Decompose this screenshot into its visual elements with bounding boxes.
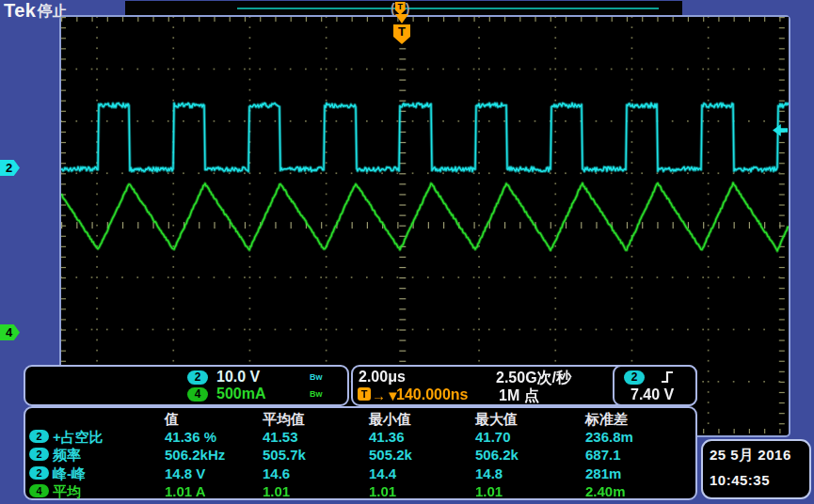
expansion-bracket-right: ) <box>406 2 410 15</box>
trigger-position-arrow-icon[interactable] <box>395 14 408 24</box>
row-channel-badge: 2 <box>29 466 49 480</box>
expansion-bracket-left: ( <box>391 2 395 15</box>
col-header-value: 值 <box>165 411 179 429</box>
measurement-value: 14.8 V <box>165 465 205 481</box>
measurement-min: 14.4 <box>369 465 396 481</box>
col-header-stddev: 标准差 <box>585 411 628 429</box>
measurement-max: 506.2k <box>475 447 519 463</box>
record-length: 1M 点 <box>499 386 539 406</box>
measurement-row: 4 平均 1.01 A 1.01 1.01 1.01 2.40m <box>25 483 695 501</box>
measurement-stddev: 281m <box>585 465 621 481</box>
sample-rate: 2.50G次/秒 <box>496 369 571 388</box>
trigger-readout-box[interactable]: 2 7.40 V <box>613 365 697 406</box>
col-header-min: 最小值 <box>369 411 411 429</box>
time-display: 10:45:35 <box>710 472 770 488</box>
col-header-mean: 平均值 <box>263 411 305 429</box>
measurement-stddev: 687.1 <box>585 447 621 463</box>
record-view-waveform-line <box>237 8 659 9</box>
measurement-row: 2 峰-峰 14.8 V 14.6 14.4 14.8 281m <box>25 465 695 483</box>
channel2-ground-marker[interactable]: 2 <box>0 160 20 176</box>
measurement-value: 1.01 A <box>165 483 206 499</box>
measurement-label: 峰-峰 <box>53 465 86 483</box>
measurement-value: 506.2kHz <box>165 447 225 463</box>
rising-edge-icon <box>660 370 675 385</box>
trigger-source-badge[interactable]: 2 <box>624 370 645 385</box>
channel4-bandwidth-icon: Bw <box>310 389 323 399</box>
measurement-min: 1.01 <box>369 483 396 499</box>
trigger-position-value: 140.000ns <box>396 386 469 403</box>
col-header-max: 最大值 <box>475 411 518 429</box>
measurement-stddev: 236.8m <box>585 429 633 445</box>
measurement-mean: 505.7k <box>263 447 306 463</box>
channel4-scale: 500mA <box>216 386 265 402</box>
measurement-max: 14.8 <box>475 465 503 481</box>
measurement-max: 1.01 <box>475 483 503 499</box>
measurement-mean: 1.01 <box>263 483 290 499</box>
measurement-mean: 14.6 <box>263 465 290 481</box>
measurement-table: 值 平均值 最小值 最大值 标准差 2 +占空比 41.36 % 41.53 4… <box>24 406 697 500</box>
channel4-badge[interactable]: 4 <box>187 387 208 402</box>
measurement-row: 2 频率 506.2kHz 505.7k 505.2k 506.2k 687.1 <box>25 447 695 465</box>
measurement-min: 41.36 <box>369 429 405 445</box>
row-channel-badge: 4 <box>29 484 49 497</box>
trigger-level-value: 7.40 V <box>630 386 674 403</box>
measurement-min: 505.2k <box>369 447 412 463</box>
channel2-bandwidth-icon: Bw <box>310 372 323 382</box>
oscilloscope-screen: Tek 停止 ( T ) T 2 4 2 10.0 V Bw 4 500mA B… <box>0 0 814 504</box>
channel2-badge[interactable]: 2 <box>187 370 208 385</box>
date-display: 25 5月 2016 <box>710 447 791 465</box>
datetime-box: 25 5月 2016 10:45:35 <box>701 439 811 499</box>
measurement-max: 41.70 <box>475 429 511 445</box>
measurement-row: 2 +占空比 41.36 % 41.53 41.36 41.70 236.8m <box>25 429 695 447</box>
row-channel-badge: 2 <box>29 448 49 461</box>
measurement-label: 频率 <box>53 447 81 465</box>
horizontal-readout-box[interactable]: 2.00μs 2.50G次/秒 T →▼ 140.000ns 1M 点 2 7.… <box>351 365 697 406</box>
row-channel-badge: 2 <box>29 430 49 443</box>
measurement-mean: 41.53 <box>263 429 298 445</box>
channel4-ground-marker[interactable]: 4 <box>0 324 20 340</box>
channel-readout-box[interactable]: 2 10.0 V Bw 4 500mA Bw <box>24 365 349 406</box>
measurement-label: +占空比 <box>53 429 104 447</box>
brand-logo: Tek <box>4 0 36 22</box>
horizontal-scale: 2.00μs <box>359 369 406 386</box>
measurement-value: 41.36 % <box>165 429 216 445</box>
channel2-scale: 10.0 V <box>216 369 260 386</box>
trigger-t-badge: T <box>358 387 371 401</box>
trigger-t-icon: T <box>395 2 406 15</box>
measurement-label: 平均 <box>53 483 81 501</box>
measurement-stddev: 2.40m <box>585 483 626 499</box>
